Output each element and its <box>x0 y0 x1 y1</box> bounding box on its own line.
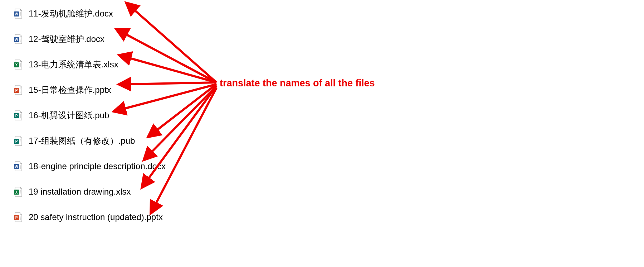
publisher-icon: P <box>14 110 22 120</box>
svg-text:X: X <box>15 63 18 67</box>
file-item[interactable]: X 19 installation drawing.xlsx <box>14 179 166 204</box>
file-name-label: 18-engine principle description.docx <box>29 161 166 171</box>
svg-text:W: W <box>15 165 18 169</box>
file-name-label: 16-机翼设计图纸.pub <box>29 110 109 121</box>
file-name-label: 13-电力系统清单表.xlsx <box>29 59 118 70</box>
svg-text:W: W <box>15 38 18 42</box>
file-name-label: 19 installation drawing.xlsx <box>29 187 131 197</box>
file-list: W 11-发动机舱维护.docx W 12-驾驶室维护.docx X 13-电力… <box>14 1 166 230</box>
svg-text:W: W <box>15 12 18 16</box>
word-icon: W <box>14 9 22 19</box>
file-name-label: 12-驾驶室维护.docx <box>29 33 104 45</box>
file-item[interactable]: W 18-engine principle description.docx <box>14 153 166 179</box>
file-item[interactable]: P 16-机翼设计图纸.pub <box>14 102 166 128</box>
svg-text:X: X <box>15 190 18 194</box>
svg-text:P: P <box>15 216 18 220</box>
file-item[interactable]: P 17-组装图纸（有修改）.pub <box>14 128 166 153</box>
excel-icon: X <box>14 187 22 197</box>
file-item[interactable]: P 15-日常检查操作.pptx <box>14 77 166 102</box>
svg-text:P: P <box>15 89 18 92</box>
file-name-label: 17-组装图纸（有修改）.pub <box>29 135 135 147</box>
powerpoint-icon: P <box>14 212 22 222</box>
publisher-icon: P <box>14 136 22 146</box>
annotation-text: translate the names of all the files <box>220 78 375 89</box>
word-icon: W <box>14 34 22 44</box>
powerpoint-icon: P <box>14 85 22 95</box>
file-item[interactable]: P 20 safety instruction (updated).pptx <box>14 204 166 230</box>
file-name-label: 15-日常检查操作.pptx <box>29 84 111 96</box>
file-item[interactable]: W 12-驾驶室维护.docx <box>14 26 166 52</box>
excel-icon: X <box>14 59 22 70</box>
svg-text:P: P <box>15 114 18 118</box>
svg-text:P: P <box>15 139 18 143</box>
file-item[interactable]: X 13-电力系统清单表.xlsx <box>14 52 166 77</box>
file-name-label: 20 safety instruction (updated).pptx <box>29 212 163 222</box>
file-name-label: 11-发动机舱维护.docx <box>29 8 113 19</box>
file-item[interactable]: W 11-发动机舱维护.docx <box>14 1 166 26</box>
word-icon: W <box>14 161 22 171</box>
